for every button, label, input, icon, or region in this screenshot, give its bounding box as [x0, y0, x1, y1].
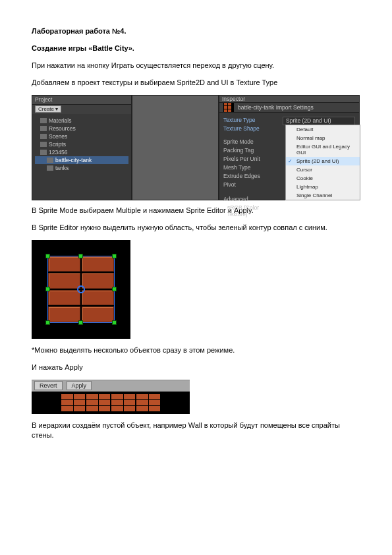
dropdown-option[interactable]: Default [286, 125, 360, 134]
label-packing-tag: Packing Tag [223, 147, 279, 154]
project-tab[interactable]: Project [32, 96, 131, 105]
revert-button[interactable]: Revert [34, 381, 63, 390]
label-extrude: Extrude Edges [223, 173, 279, 179]
screenshot-sprite-editor [32, 240, 130, 339]
folder-icon [47, 165, 53, 171]
tree-item-label: 123456 [49, 149, 67, 156]
tree-item[interactable]: Scripts [35, 140, 128, 148]
paragraph-6: И нажать Apply [32, 363, 360, 373]
project-panel: Project Create ▾ MaterialsResourcesScene… [32, 95, 132, 200]
tree-item[interactable]: tanks [35, 164, 128, 172]
resize-handle-icon[interactable] [45, 320, 50, 325]
asset-thumbnail-icon [223, 103, 234, 112]
tree-item[interactable]: Resources [35, 125, 128, 132]
label-sprite-mode: Sprite Mode [223, 138, 279, 145]
inspector-tab[interactable]: Inspector [219, 96, 359, 103]
folder-icon [47, 158, 53, 163]
tree-item-label: Resources [49, 125, 76, 132]
label-mesh-type: Mesh Type [223, 164, 279, 171]
project-tree: MaterialsResourcesScenesScripts123456bat… [32, 114, 131, 200]
label-srgb: sRGB (Color Texture) [223, 204, 279, 218]
resize-handle-icon[interactable] [112, 254, 117, 258]
texture-type-dropdown[interactable]: DefaultNormal mapEditor GUI and Legacy G… [285, 125, 360, 200]
sprite-selection-box[interactable] [48, 256, 114, 322]
label-pivot: Pivot [223, 181, 279, 188]
paragraph-1: При нажатии на кнопку Играть осуществляе… [32, 61, 360, 71]
dropdown-option[interactable]: Cursor [286, 165, 360, 174]
pivot-icon[interactable] [77, 285, 85, 293]
subtitle: Создание игры «Battle City». [32, 44, 360, 54]
tree-item-label: Materials [49, 117, 71, 124]
inspector-panel: Inspector battle-city-tank Import Settin… [219, 95, 360, 200]
paragraph-2: Добавляем в проект текстуры и выбираем S… [32, 78, 360, 88]
label-ppu: Pixels Per Unit [223, 156, 279, 162]
dropdown-option[interactable]: Normal map [286, 134, 360, 142]
folder-icon [40, 134, 47, 139]
screenshot-inspector: Project Create ▾ MaterialsResourcesScene… [32, 95, 360, 200]
label-texture-type: Texture Type [223, 117, 279, 123]
dropdown-option[interactable]: Cookie [286, 174, 360, 183]
tree-item-label: battle-city-tank [55, 157, 92, 163]
paragraph-4: В Sprite Editor нужно выделить нужную об… [32, 223, 360, 233]
tree-item[interactable]: 123456 [35, 148, 128, 156]
dropdown-option[interactable]: Editor GUI and Legacy GUI [286, 142, 360, 157]
resize-handle-icon[interactable] [78, 320, 83, 325]
paragraph-7: В иерархии создаём пустой объект, наприм… [32, 421, 360, 442]
create-button[interactable]: Create ▾ [35, 105, 61, 113]
resize-handle-icon[interactable] [45, 254, 50, 258]
resize-handle-icon[interactable] [78, 254, 83, 258]
tree-item[interactable]: Materials [35, 117, 128, 125]
dropdown-option[interactable]: Single Channel [286, 191, 360, 200]
asset-title: battle-city-tank Import Settings [238, 104, 314, 111]
dropdown-option[interactable]: Lightmap [286, 183, 360, 191]
apply-button[interactable]: Apply [67, 381, 92, 390]
folder-icon [40, 150, 47, 155]
label-texture-shape: Texture Shape [223, 125, 279, 132]
tree-item-label: tanks [55, 165, 69, 171]
resize-handle-icon[interactable] [112, 287, 117, 291]
sprite-strip-preview [32, 392, 190, 414]
inspector-labels: Texture Type Texture Shape Sprite Mode P… [223, 117, 279, 218]
tree-item[interactable]: Scenes [35, 132, 128, 140]
tree-item-label: Scripts [49, 141, 66, 148]
label-advanced: Advanced [223, 196, 279, 202]
dropdown-option[interactable]: Sprite (2D and UI) [286, 157, 360, 165]
title: Лабораторная работа №4. [32, 26, 360, 37]
tree-item-label: Scenes [49, 133, 67, 140]
resize-handle-icon[interactable] [112, 320, 117, 325]
screenshot-apply-bar: Revert Apply [32, 380, 190, 414]
resize-handle-icon[interactable] [45, 287, 50, 291]
tree-item[interactable]: battle-city-tank [35, 156, 128, 164]
folder-icon [40, 118, 47, 123]
folder-icon [40, 142, 47, 147]
project-preview-empty [132, 95, 219, 200]
paragraph-5: *Можно выделять несколько объектов сразу… [32, 345, 360, 356]
folder-icon [40, 126, 47, 131]
